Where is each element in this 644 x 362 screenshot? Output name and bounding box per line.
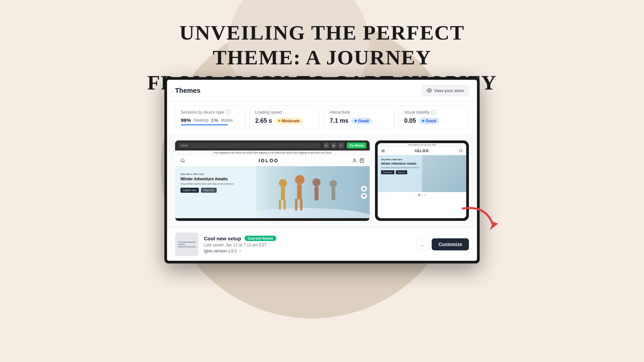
dot-2 xyxy=(421,194,423,196)
dot-1 xyxy=(418,194,420,196)
try-theme-button[interactable]: Try theme xyxy=(347,142,367,148)
mobile-announcement: Free shipping on all orders over $100 xyxy=(378,143,466,147)
current-theme-badge: Current theme xyxy=(245,236,276,241)
themes-header: Themes View your store xyxy=(167,80,477,102)
metric-stability-values: 0.05 Good xyxy=(404,117,463,124)
topbar-icons: ⊞ ◉ ✕ xyxy=(323,142,344,148)
more-options-button[interactable]: ... xyxy=(416,238,428,250)
theme-last-saved: Last saved: Jan 12 at 7:13 am EST xyxy=(204,243,411,247)
title-line1: UNVEILING THE PERFECT THEME: A JOURNEY xyxy=(179,21,465,69)
customize-button[interactable]: Customize xyxy=(432,238,469,250)
theme-preview-area: Back ⊞ ◉ ✕ Try theme Free shippin xyxy=(167,134,477,228)
hero-small-text: Stay Warm, Ride Hard xyxy=(180,173,234,175)
metric-visual-stability: Visual stability i 0.05 Good xyxy=(398,106,469,130)
stability-value: 0.05 xyxy=(404,117,416,124)
theme-thumbnail xyxy=(175,233,199,256)
theme-details: Cool new setup Current theme Last saved:… xyxy=(204,236,411,253)
more-options-dots: ... xyxy=(420,241,425,247)
theme-actions: ... Customize xyxy=(416,238,469,250)
announcement-bar: Free shipping on all orders over $100 Fr… xyxy=(175,150,370,155)
svg-line-23 xyxy=(462,152,462,152)
mobile-logo: IGLOO xyxy=(415,149,429,153)
metric-interactivity-values: 7.1 ms Good xyxy=(330,117,389,124)
mobile-hero-btns: Explore now Shop now xyxy=(381,170,463,174)
mobile-hero: Stay Warm, Ride Hard Winter Adventure Aw… xyxy=(378,155,466,192)
metric-loading: Loading speed 2.65 s Moderate xyxy=(250,106,320,130)
metric-interactivity: Interactivity 7.1 ms Good xyxy=(324,106,394,130)
hero-buttons: Explore now Shop now xyxy=(180,188,234,193)
dot-3 xyxy=(424,194,426,196)
mobile-search-icon xyxy=(459,149,463,153)
stability-badge: Good xyxy=(419,118,439,124)
thumb-line-2 xyxy=(178,244,185,245)
mobile-mockup: Free shipping on all orders over $100 IG… xyxy=(375,140,469,221)
explore-btn[interactable]: Explore now xyxy=(180,188,199,193)
shop-btn[interactable]: Shop now xyxy=(201,188,217,193)
announcement-text: Free shipping on all orders over $100 Fr… xyxy=(213,152,331,154)
loading-value: 2.65 s xyxy=(255,117,272,124)
metric-loading-values: 2.65 s Moderate xyxy=(255,117,314,124)
theme-name-row: Cool new setup Current theme xyxy=(204,236,411,241)
metric-stability-label: Visual stability i xyxy=(404,110,463,115)
topbar-icon-3[interactable]: ✕ xyxy=(338,142,344,148)
mobile-pct: 1% xyxy=(211,117,218,123)
stability-info-icon[interactable]: i xyxy=(431,110,436,115)
thumb-line-1 xyxy=(178,242,196,243)
red-arrow xyxy=(460,202,500,237)
mobile-hero-sub: Shop Winter Sports Gear and Stay Active … xyxy=(381,167,463,169)
good-dot-2 xyxy=(422,120,424,122)
svg-point-1 xyxy=(181,159,184,162)
browser-container: Themes View your store Sessions by devic… xyxy=(164,77,480,263)
search-icon xyxy=(180,158,185,163)
mobile-store-header: IGLOO xyxy=(378,147,466,155)
themes-title: Themes xyxy=(175,87,201,95)
store-logo: IGLOO xyxy=(259,158,279,163)
mobile-inner: Free shipping on all orders over $100 IG… xyxy=(378,143,466,218)
mobile-announcement-text: Free shipping on all orders over $100 xyxy=(408,144,436,146)
mobile-menu-icon xyxy=(381,149,385,153)
desktop-bar xyxy=(181,124,228,125)
account-icon xyxy=(352,158,357,163)
topbar-icon-2[interactable]: ◉ xyxy=(331,142,337,148)
mockup-topbar: Back ⊞ ◉ ✕ Try theme xyxy=(175,140,370,150)
mobile-label: Mobile xyxy=(221,118,233,123)
metric-loading-label: Loading speed xyxy=(255,110,314,115)
scroll-arrows: ▲ ▼ xyxy=(361,186,367,199)
scroll-down[interactable]: ▼ xyxy=(361,193,367,199)
metric-sessions: Sessions by device type i 99% Desktop 1%… xyxy=(175,106,246,130)
cart-icon xyxy=(360,158,364,163)
svg-point-3 xyxy=(354,159,356,161)
mobile-carousel-dots xyxy=(378,192,466,198)
metric-sessions-label: Sessions by device type i xyxy=(181,110,240,115)
mobile-hero-small-text: Stay Warm, Ride Hard xyxy=(381,159,408,161)
mobile-explore-btn[interactable]: Explore now xyxy=(381,170,394,174)
mockup-content: Free shipping on all orders over $100 Fr… xyxy=(175,150,370,218)
loading-badge: Moderate xyxy=(275,118,303,124)
hero-text-overlay: Stay Warm, Ride Hard Winter Adventure Aw… xyxy=(180,173,234,193)
url-bar: Back xyxy=(178,143,321,148)
thumb-line-3 xyxy=(178,246,196,247)
metric-sessions-values: 99% Desktop 1% Mobile xyxy=(181,117,240,123)
nav-left xyxy=(180,158,185,163)
back-label: Back xyxy=(181,144,188,147)
hero-sub: Shop Winter Sports Gear and Stay Active … xyxy=(180,183,234,185)
metric-interactivity-label: Interactivity xyxy=(330,110,389,115)
hero-headline: Winter Adventure Awaits xyxy=(180,177,234,181)
store-header: IGLOO xyxy=(175,155,370,166)
interactivity-badge: Good xyxy=(351,118,372,124)
theme-version[interactable]: Igloo version 1.0.1 xyxy=(204,249,411,253)
browser-inner: Themes View your store Sessions by devic… xyxy=(167,80,477,261)
view-store-button[interactable]: View your store xyxy=(422,85,469,96)
mobile-shop-btn[interactable]: Shop now xyxy=(396,170,407,174)
svg-point-0 xyxy=(429,90,430,91)
theme-info-bar: Cool new setup Current theme Last saved:… xyxy=(167,228,477,261)
topbar-icon-1[interactable]: ⊞ xyxy=(323,142,329,148)
sessions-info-icon[interactable]: i xyxy=(225,110,230,115)
browser-window: Themes View your store Sessions by devic… xyxy=(164,77,480,263)
mobile-hero-headline: Winter Adventure Awaits xyxy=(381,162,463,166)
svg-point-22 xyxy=(459,149,462,152)
view-store-label: View your store xyxy=(434,88,464,93)
scroll-up[interactable]: ▲ xyxy=(361,186,367,192)
eye-icon xyxy=(427,88,432,93)
desktop-label: Desktop xyxy=(194,118,208,123)
